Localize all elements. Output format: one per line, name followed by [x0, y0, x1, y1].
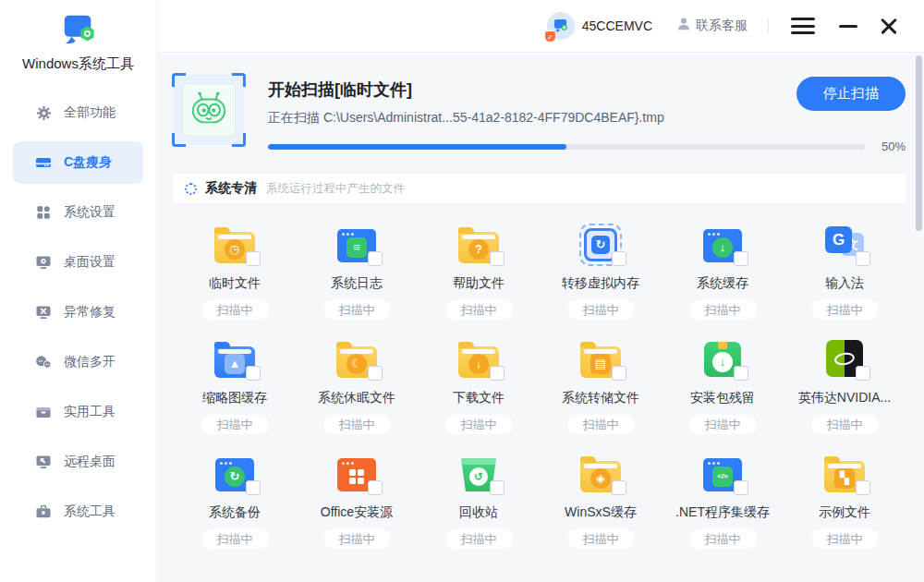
titlebar-divider: [768, 18, 769, 33]
scan-category-card[interactable]: ◷临时文件扫描中: [174, 220, 296, 320]
category-label: 系统转储文件: [562, 390, 639, 406]
recyclebin-icon: ↺: [455, 449, 503, 495]
checkbox[interactable]: [612, 366, 626, 381]
scan-category-card[interactable]: ↓安装包残留扫描中: [662, 334, 784, 434]
checkbox[interactable]: [490, 366, 505, 381]
checkbox[interactable]: [246, 251, 261, 266]
sidebar-item-drive[interactable]: C盘瘦身: [13, 141, 143, 184]
checkbox[interactable]: [368, 480, 383, 495]
scan-category-card[interactable]: ↻转移虚拟内存扫描中: [540, 220, 662, 320]
scan-category-card[interactable]: ▲缩略图缓存扫描中: [174, 334, 296, 434]
scan-info: 开始扫描[临时文件] 正在扫描 C:\Users\Administrat...5…: [268, 75, 906, 153]
menu-icon[interactable]: [791, 18, 815, 34]
sidebar-item-chat[interactable]: 微信多开: [13, 341, 143, 383]
scan-category-card[interactable]: 英伟达NVIDIA...扫描中: [784, 334, 906, 434]
sidebar-item-label: 异常修复: [64, 304, 116, 321]
scan-category-card[interactable]: ↻系统备份扫描中: [174, 449, 296, 549]
app-window: Windows系统工具 全部功能C盘瘦身系统设置桌面设置异常修复微信多开实用工具…: [0, 0, 924, 582]
scan-category-card[interactable]: ↓下载文件扫描中: [418, 334, 540, 434]
folder-tiles-icon: ▚: [821, 449, 869, 495]
sidebar-item-label: 系统设置: [64, 204, 116, 221]
scan-category-card[interactable]: ↺回收站扫描中: [418, 449, 540, 549]
checkbox[interactable]: [246, 366, 261, 381]
folder-question-icon: ?: [455, 220, 503, 266]
checkbox[interactable]: [734, 251, 748, 266]
sidebar-item-label: 桌面设置: [64, 254, 116, 271]
sidebar-item-monitor-gear[interactable]: 桌面设置: [13, 241, 143, 284]
scan-category-card[interactable]: ☾系统休眠文件扫描中: [296, 334, 418, 434]
scan-category-card[interactable]: ≡系统日志扫描中: [296, 220, 418, 320]
checkbox[interactable]: [612, 251, 626, 266]
monitor-gear-icon: [35, 254, 52, 271]
category-label: 安装包残留: [690, 390, 755, 406]
scan-category-card[interactable]: ?帮助文件扫描中: [418, 220, 540, 320]
checkbox[interactable]: [856, 480, 870, 495]
category-label: 缩略图缓存: [202, 390, 267, 406]
scan-category-card[interactable]: ◈WinSxS缓存扫描中: [540, 449, 662, 549]
folder-layers-icon: ◈: [577, 449, 625, 495]
remote-icon: [35, 454, 52, 470]
category-label: .NET程序集缓存: [675, 504, 770, 521]
section-title: 系统专清: [205, 180, 257, 197]
translate-icon: G文: [821, 220, 869, 266]
checkbox[interactable]: [612, 480, 626, 495]
scan-panel: 开始扫描[临时文件] 正在扫描 C:\Users\Administrat...5…: [174, 75, 906, 153]
category-label: 系统缓存: [697, 275, 748, 292]
close-button[interactable]: [880, 17, 898, 35]
scan-progress-bar: [268, 144, 865, 150]
spinner-icon: [185, 183, 197, 195]
folder-moon-icon: ☾: [333, 334, 381, 381]
status-badge: 扫描中: [201, 300, 269, 320]
checkbox[interactable]: [734, 366, 748, 381]
sidebar-item-tools[interactable]: 系统工具: [13, 491, 143, 533]
chat-icon: [35, 354, 52, 370]
toolbox-icon: [35, 404, 52, 420]
category-label: 临时文件: [209, 275, 261, 292]
scan-category-card[interactable]: </>.NET程序集缓存扫描中: [662, 449, 784, 549]
scan-category-card[interactable]: ▚示例文件扫描中: [784, 449, 906, 549]
minimize-button[interactable]: [839, 25, 857, 28]
sidebar-item-toolbox[interactable]: 实用工具: [13, 391, 143, 433]
scrollbar-thumb[interactable]: [916, 55, 922, 231]
checkbox[interactable]: [734, 480, 748, 495]
sidebar-item-grid[interactable]: 系统设置: [13, 191, 143, 234]
sidebar-item-gear[interactable]: 全部功能: [13, 91, 143, 134]
checkbox[interactable]: [246, 480, 261, 495]
user-badge[interactable]: ✓ 45CCEMVC: [547, 12, 652, 40]
category-label: 系统日志: [331, 275, 383, 292]
status-badge: 扫描中: [689, 300, 757, 320]
sidebar-item-remote[interactable]: 远程桌面: [13, 441, 143, 483]
checkbox[interactable]: [856, 366, 870, 381]
status-badge: 扫描中: [567, 300, 635, 320]
checkbox[interactable]: [490, 480, 505, 495]
logo-block: Windows系统工具: [0, 0, 156, 73]
scan-category-card[interactable]: ▤系统转储文件扫描中: [540, 334, 662, 434]
sidebar: Windows系统工具 全部功能C盘瘦身系统设置桌面设置异常修复微信多开实用工具…: [0, 0, 157, 582]
status-badge: 扫描中: [323, 415, 391, 434]
shield-badge-icon: ✓: [544, 30, 556, 42]
window-code-icon: </>: [699, 449, 747, 495]
scan-category-card[interactable]: G文输入法扫描中: [784, 220, 906, 320]
checkbox[interactable]: [368, 366, 383, 381]
scan-category-card[interactable]: ↓系统缓存扫描中: [662, 220, 784, 320]
category-label: 系统休眠文件: [318, 390, 395, 406]
category-label: WinSxS缓存: [565, 504, 637, 521]
person-icon: [676, 17, 691, 35]
checkbox[interactable]: [490, 251, 505, 266]
status-badge: 扫描中: [567, 529, 635, 549]
folder-download-icon: ↓: [455, 334, 503, 381]
progress-fill: [268, 144, 566, 150]
status-badge: 扫描中: [445, 529, 513, 549]
checkbox[interactable]: [856, 251, 870, 266]
category-label: 回收站: [459, 504, 498, 521]
sidebar-item-monitor-fix[interactable]: 异常修复: [13, 291, 143, 333]
nvidia-icon: [821, 334, 869, 381]
contact-support-button[interactable]: 联系客服: [676, 17, 748, 35]
stop-scan-button[interactable]: 停止扫描: [796, 77, 906, 111]
checkbox[interactable]: [368, 251, 383, 266]
titlebar: ✓ 45CCEMVC 联系客服: [157, 0, 924, 53]
status-badge: 扫描中: [201, 415, 269, 434]
scan-category-card[interactable]: Office安装源扫描中: [296, 449, 418, 549]
section-header: 系统专清 系统运行过程中产生的文件: [174, 174, 906, 203]
app-title: Windows系统工具: [0, 55, 156, 73]
